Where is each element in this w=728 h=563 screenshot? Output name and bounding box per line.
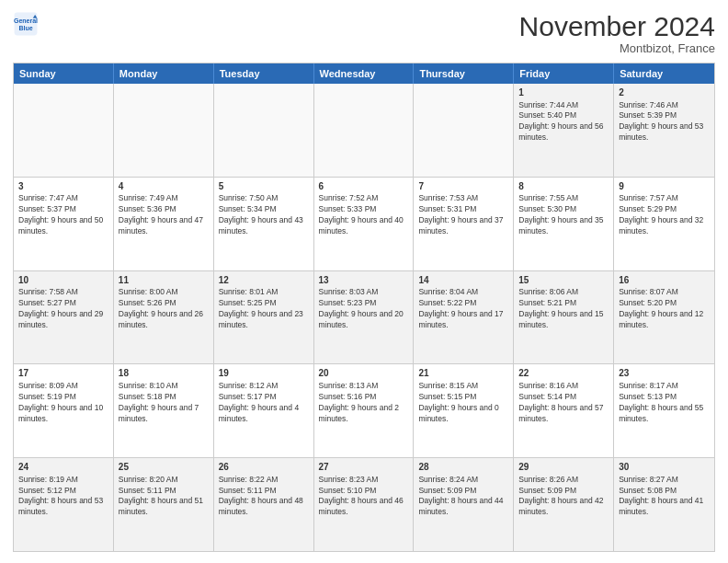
calendar-cell: 6Sunrise: 7:52 AM Sunset: 5:33 PM Daylig…	[314, 178, 415, 270]
day-number: 17	[18, 367, 108, 380]
cell-content: Sunrise: 8:23 AM Sunset: 5:10 PM Dayligh…	[319, 475, 409, 519]
weekday-header: Thursday	[414, 63, 514, 84]
weekday-header: Tuesday	[214, 63, 314, 84]
cell-content: Sunrise: 7:57 AM Sunset: 5:29 PM Dayligh…	[619, 193, 710, 237]
calendar-cell: 11Sunrise: 8:00 AM Sunset: 5:26 PM Dayli…	[114, 271, 214, 364]
calendar: SundayMondayTuesdayWednesdayThursdayFrid…	[13, 63, 715, 552]
cell-content: Sunrise: 8:19 AM Sunset: 5:12 PM Dayligh…	[18, 475, 108, 519]
calendar-cell: 17Sunrise: 8:09 AM Sunset: 5:19 PM Dayli…	[14, 364, 114, 457]
cell-content: Sunrise: 8:07 AM Sunset: 5:20 PM Dayligh…	[619, 287, 710, 331]
calendar-body: 1Sunrise: 7:44 AM Sunset: 5:40 PM Daylig…	[14, 84, 714, 551]
cell-content: Sunrise: 8:26 AM Sunset: 5:09 PM Dayligh…	[518, 475, 609, 519]
day-number: 24	[18, 461, 108, 474]
cell-content: Sunrise: 8:10 AM Sunset: 5:18 PM Dayligh…	[119, 381, 209, 425]
day-number: 2	[619, 86, 710, 99]
calendar-cell: 27Sunrise: 8:23 AM Sunset: 5:10 PM Dayli…	[314, 458, 415, 551]
cell-content: Sunrise: 8:03 AM Sunset: 5:23 PM Dayligh…	[319, 287, 409, 331]
calendar-cell: 23Sunrise: 8:17 AM Sunset: 5:13 PM Dayli…	[614, 364, 714, 457]
day-number: 1	[518, 86, 609, 99]
calendar-cell: 28Sunrise: 8:24 AM Sunset: 5:09 PM Dayli…	[414, 458, 514, 551]
calendar-cell: 5Sunrise: 7:50 AM Sunset: 5:34 PM Daylig…	[214, 178, 314, 270]
calendar-cell: 1Sunrise: 7:44 AM Sunset: 5:40 PM Daylig…	[514, 84, 614, 177]
calendar-cell	[314, 84, 415, 177]
weekday-header: Friday	[514, 63, 614, 84]
day-number: 11	[119, 274, 209, 287]
cell-content: Sunrise: 7:49 AM Sunset: 5:36 PM Dayligh…	[119, 193, 209, 237]
cell-content: Sunrise: 8:13 AM Sunset: 5:16 PM Dayligh…	[319, 381, 409, 425]
cell-content: Sunrise: 8:27 AM Sunset: 5:08 PM Dayligh…	[619, 475, 710, 519]
logo-icon: General Blue	[13, 11, 39, 37]
calendar-cell	[214, 84, 314, 177]
cell-content: Sunrise: 7:47 AM Sunset: 5:37 PM Dayligh…	[18, 193, 108, 237]
calendar-row: 24Sunrise: 8:19 AM Sunset: 5:12 PM Dayli…	[14, 458, 714, 551]
day-number: 29	[518, 461, 609, 474]
day-number: 25	[119, 461, 209, 474]
calendar-cell: 25Sunrise: 8:20 AM Sunset: 5:11 PM Dayli…	[114, 458, 214, 551]
day-number: 18	[119, 367, 209, 380]
calendar-cell: 13Sunrise: 8:03 AM Sunset: 5:23 PM Dayli…	[314, 271, 415, 364]
cell-content: Sunrise: 8:09 AM Sunset: 5:19 PM Dayligh…	[18, 381, 108, 425]
cell-content: Sunrise: 8:15 AM Sunset: 5:15 PM Dayligh…	[418, 381, 508, 425]
logo: General Blue	[13, 11, 39, 37]
calendar-cell: 19Sunrise: 8:12 AM Sunset: 5:17 PM Dayli…	[214, 364, 314, 457]
calendar-cell	[114, 84, 214, 177]
calendar-cell: 10Sunrise: 7:58 AM Sunset: 5:27 PM Dayli…	[14, 271, 114, 364]
calendar-cell: 16Sunrise: 8:07 AM Sunset: 5:20 PM Dayli…	[614, 271, 714, 364]
calendar-cell: 3Sunrise: 7:47 AM Sunset: 5:37 PM Daylig…	[14, 178, 114, 270]
day-number: 7	[418, 180, 508, 193]
svg-text:Blue: Blue	[18, 25, 32, 31]
calendar-row: 1Sunrise: 7:44 AM Sunset: 5:40 PM Daylig…	[14, 84, 714, 178]
calendar-cell: 12Sunrise: 8:01 AM Sunset: 5:25 PM Dayli…	[214, 271, 314, 364]
calendar-row: 10Sunrise: 7:58 AM Sunset: 5:27 PM Dayli…	[14, 271, 714, 365]
day-number: 10	[18, 274, 108, 287]
month-title: November 2024	[519, 11, 715, 41]
weekday-header: Wednesday	[314, 63, 415, 84]
calendar-cell: 9Sunrise: 7:57 AM Sunset: 5:29 PM Daylig…	[614, 178, 714, 270]
calendar-cell: 30Sunrise: 8:27 AM Sunset: 5:08 PM Dayli…	[614, 458, 714, 551]
calendar-cell: 15Sunrise: 8:06 AM Sunset: 5:21 PM Dayli…	[514, 271, 614, 364]
day-number: 28	[418, 461, 508, 474]
day-number: 30	[619, 461, 710, 474]
day-number: 26	[219, 461, 309, 474]
cell-content: Sunrise: 8:12 AM Sunset: 5:17 PM Dayligh…	[219, 381, 309, 425]
calendar-cell: 7Sunrise: 7:53 AM Sunset: 5:31 PM Daylig…	[414, 178, 514, 270]
day-number: 9	[619, 180, 710, 193]
day-number: 27	[319, 461, 409, 474]
cell-content: Sunrise: 7:53 AM Sunset: 5:31 PM Dayligh…	[418, 193, 508, 237]
calendar-cell	[14, 84, 114, 177]
calendar-cell: 14Sunrise: 8:04 AM Sunset: 5:22 PM Dayli…	[414, 271, 514, 364]
calendar-cell: 20Sunrise: 8:13 AM Sunset: 5:16 PM Dayli…	[314, 364, 415, 457]
cell-content: Sunrise: 8:20 AM Sunset: 5:11 PM Dayligh…	[119, 475, 209, 519]
day-number: 6	[319, 180, 409, 193]
calendar-cell: 8Sunrise: 7:55 AM Sunset: 5:30 PM Daylig…	[514, 178, 614, 270]
cell-content: Sunrise: 8:01 AM Sunset: 5:25 PM Dayligh…	[219, 287, 309, 331]
day-number: 22	[518, 367, 609, 380]
header: General Blue November 2024 Montbizot, Fr…	[13, 11, 715, 55]
svg-text:General: General	[14, 17, 38, 24]
day-number: 15	[518, 274, 609, 287]
calendar-header: SundayMondayTuesdayWednesdayThursdayFrid…	[14, 63, 714, 84]
calendar-cell: 4Sunrise: 7:49 AM Sunset: 5:36 PM Daylig…	[114, 178, 214, 270]
calendar-row: 17Sunrise: 8:09 AM Sunset: 5:19 PM Dayli…	[14, 364, 714, 458]
day-number: 3	[18, 180, 108, 193]
cell-content: Sunrise: 7:46 AM Sunset: 5:39 PM Dayligh…	[619, 100, 710, 144]
cell-content: Sunrise: 7:44 AM Sunset: 5:40 PM Dayligh…	[518, 100, 609, 144]
cell-content: Sunrise: 7:55 AM Sunset: 5:30 PM Dayligh…	[518, 193, 609, 237]
calendar-cell: 22Sunrise: 8:16 AM Sunset: 5:14 PM Dayli…	[514, 364, 614, 457]
cell-content: Sunrise: 7:58 AM Sunset: 5:27 PM Dayligh…	[18, 287, 108, 331]
cell-content: Sunrise: 7:52 AM Sunset: 5:33 PM Dayligh…	[319, 193, 409, 237]
day-number: 4	[119, 180, 209, 193]
calendar-cell: 2Sunrise: 7:46 AM Sunset: 5:39 PM Daylig…	[614, 84, 714, 177]
day-number: 12	[219, 274, 309, 287]
weekday-header: Sunday	[14, 63, 114, 84]
calendar-cell: 29Sunrise: 8:26 AM Sunset: 5:09 PM Dayli…	[514, 458, 614, 551]
calendar-cell: 21Sunrise: 8:15 AM Sunset: 5:15 PM Dayli…	[414, 364, 514, 457]
cell-content: Sunrise: 8:06 AM Sunset: 5:21 PM Dayligh…	[518, 287, 609, 331]
title-area: November 2024 Montbizot, France	[519, 11, 715, 55]
page: General Blue November 2024 Montbizot, Fr…	[0, 0, 728, 563]
cell-content: Sunrise: 8:00 AM Sunset: 5:26 PM Dayligh…	[119, 287, 209, 331]
day-number: 16	[619, 274, 710, 287]
calendar-cell	[414, 84, 514, 177]
calendar-row: 3Sunrise: 7:47 AM Sunset: 5:37 PM Daylig…	[14, 178, 714, 271]
day-number: 20	[319, 367, 409, 380]
